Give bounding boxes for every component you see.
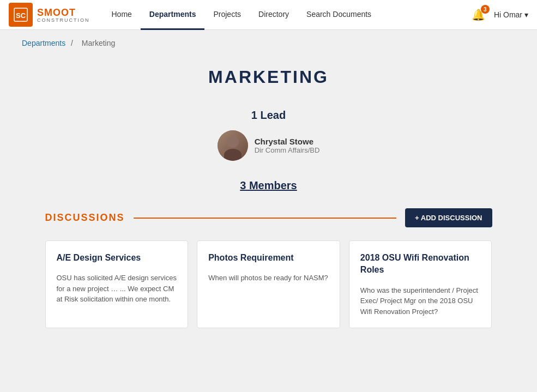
lead-avatar-image <box>218 130 248 161</box>
svg-text:SC: SC <box>16 11 26 20</box>
brand-sub: CONSTRUCTION <box>37 17 90 23</box>
notification-icon[interactable]: 🔔 3 <box>472 8 485 21</box>
discussion-cards: A/E Design Services OSU has solicited A/… <box>45 240 492 328</box>
notification-badge: 3 <box>481 5 490 14</box>
navbar: SC SMOOT CONSTRUCTION Home Departments P… <box>0 0 537 30</box>
lead-section: 1 Lead Chrystal Stowe Dir Comm Affairs/B… <box>45 109 492 163</box>
logo-icon: SC <box>9 3 33 27</box>
nav-projects[interactable]: Projects <box>204 0 250 30</box>
members-link[interactable]: 3 Members <box>240 179 297 191</box>
nav-departments[interactable]: Departments <box>141 0 205 30</box>
main-content: MARKETING 1 Lead Chrystal Stowe Dir Comm… <box>23 56 514 339</box>
lead-profile[interactable]: Chrystal Stowe Dir Comm Affairs/BD <box>218 130 320 161</box>
discussions-title: DISCUSSIONS <box>45 212 125 224</box>
nav-directory[interactable]: Directory <box>250 0 298 30</box>
discussion-card-1-text: When will photos be ready for NASM? <box>208 273 329 284</box>
lead-name: Chrystal Stowe <box>255 137 320 146</box>
page-title: MARKETING <box>45 67 492 87</box>
discussion-card-0-title: A/E Design Services <box>57 252 177 264</box>
lead-count: 1 Lead <box>45 109 492 122</box>
members-section: 3 Members <box>45 179 492 192</box>
lead-job-title: Dir Comm Affairs/BD <box>255 146 320 154</box>
chevron-down-icon: ▾ <box>524 10 528 19</box>
add-discussion-button[interactable]: + ADD DISCUSSION <box>405 208 492 227</box>
discussion-card-0[interactable]: A/E Design Services OSU has solicited A/… <box>45 240 189 328</box>
breadcrumb-separator: / <box>71 39 73 47</box>
discussion-card-1[interactable]: Photos Requirement When will photos be r… <box>197 240 340 328</box>
discussion-card-2[interactable]: 2018 OSU Wifi Renovation Roles Who was t… <box>349 240 492 328</box>
lead-info: Chrystal Stowe Dir Comm Affairs/BD <box>255 137 320 154</box>
discussion-card-0-text: OSU has solicited A/E design services fo… <box>57 273 177 305</box>
nav-search-documents[interactable]: Search Documents <box>298 0 380 30</box>
user-menu[interactable]: Hi Omar ▾ <box>494 10 528 19</box>
discussion-card-1-title: Photos Requirement <box>208 252 329 264</box>
brand[interactable]: SC SMOOT CONSTRUCTION <box>9 3 90 27</box>
breadcrumb-current: Marketing <box>82 39 115 47</box>
user-greeting: Hi Omar <box>494 10 522 19</box>
navbar-right: 🔔 3 Hi Omar ▾ <box>472 8 528 21</box>
discussions-divider <box>134 218 397 219</box>
nav-links: Home Departments Projects Directory Sear… <box>103 0 472 30</box>
discussion-card-2-title: 2018 OSU Wifi Renovation Roles <box>360 252 481 276</box>
discussions-header: DISCUSSIONS + ADD DISCUSSION <box>45 208 492 227</box>
breadcrumb-parent[interactable]: Departments <box>22 39 65 47</box>
breadcrumb: Departments / Marketing <box>0 30 537 56</box>
nav-home[interactable]: Home <box>103 0 141 30</box>
discussion-card-2-text: Who was the superintendent / Project Exe… <box>360 285 481 317</box>
lead-avatar <box>218 130 248 161</box>
brand-name: SMOOT <box>37 7 76 18</box>
